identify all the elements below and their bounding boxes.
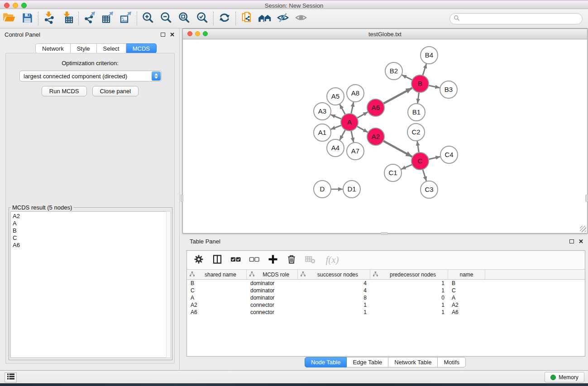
table-cell[interactable]: 1 <box>298 301 370 309</box>
run-mcds-button[interactable]: Run MCDS <box>42 86 87 96</box>
table-cell[interactable]: C <box>448 287 485 294</box>
table-cell[interactable]: 1 <box>370 309 448 316</box>
column-header-predecessor-nodes[interactable]: predecessor nodes <box>370 270 448 279</box>
refresh-button[interactable] <box>215 10 234 27</box>
column-header-MCDS-role[interactable]: MCDS role <box>247 270 298 279</box>
open-session-button[interactable] <box>0 10 18 27</box>
table-cell[interactable]: A <box>187 294 247 301</box>
tab-mcds[interactable]: MCDS <box>126 43 157 53</box>
table-row[interactable]: Bdominator41B <box>187 280 585 287</box>
mcds-result-item[interactable]: A2 <box>13 213 167 220</box>
window-resize-grip[interactable] <box>580 226 586 232</box>
show-columns-button[interactable] <box>211 254 224 267</box>
edge-A-A5[interactable] <box>340 105 345 115</box>
mcds-result-item[interactable]: C <box>13 234 167 242</box>
column-header-shared-name[interactable]: shared name <box>187 270 247 279</box>
task-history-button[interactable] <box>5 372 17 382</box>
delete-table-button[interactable] <box>304 254 316 267</box>
right-split-handle[interactable] <box>585 195 588 202</box>
edge-B-B4[interactable] <box>423 64 426 76</box>
hide-eye-button[interactable] <box>274 10 292 27</box>
tab-motifs[interactable]: Motifs <box>438 357 466 367</box>
zoom-fit-button[interactable] <box>175 10 193 27</box>
table-options-button[interactable] <box>192 254 205 267</box>
edge-A6-B[interactable] <box>383 88 412 104</box>
edge-C-C4[interactable] <box>429 157 440 159</box>
table-cell[interactable]: connector <box>247 309 298 316</box>
edge-A-A1[interactable] <box>331 125 342 129</box>
mcds-result-item[interactable]: A6 <box>13 242 167 249</box>
edge-B-B3[interactable] <box>429 86 440 88</box>
edge-A-A8[interactable] <box>351 102 354 114</box>
table-cell[interactable]: B <box>448 280 485 287</box>
deselect-all-rows-button[interactable] <box>248 254 261 267</box>
show-eye-button[interactable] <box>292 10 310 27</box>
float-panel-icon[interactable] <box>161 33 165 37</box>
search-input[interactable] <box>460 16 573 22</box>
apply-function-button[interactable]: f(x) <box>322 254 342 267</box>
table-cell[interactable]: 8 <box>298 294 370 301</box>
delete-column-button[interactable] <box>285 254 298 267</box>
edge-A-A3[interactable] <box>331 114 342 119</box>
edge-B-B2[interactable] <box>402 75 412 80</box>
edge-A-A2[interactable] <box>357 126 368 132</box>
table-cell[interactable]: A <box>448 294 485 301</box>
table-cell[interactable]: dominator <box>247 280 298 287</box>
close-panel-button[interactable]: Close panel <box>92 86 139 96</box>
mcds-result-list[interactable]: A2ABCA6 <box>10 211 167 358</box>
export-table-button[interactable] <box>99 10 117 27</box>
table-cell[interactable]: 1 <box>370 301 448 309</box>
tab-node-table[interactable]: Node Table <box>305 357 347 367</box>
tab-select[interactable]: Select <box>97 43 126 53</box>
zoom-selected-button[interactable] <box>193 10 211 27</box>
show-panels-home-button[interactable] <box>256 10 274 27</box>
memory-button[interactable]: Memory <box>545 372 584 382</box>
edge-A2-C[interactable] <box>383 141 412 157</box>
network-graph[interactable]: B4B2BB3B1A5A8A6A3AA1A2A4A7C2C4CC1C3DD1 <box>183 39 587 233</box>
mcds-list-scrollbar[interactable] <box>166 211 171 358</box>
table-cell[interactable]: 1 <box>370 287 448 294</box>
column-header-successor-nodes[interactable]: successor nodes <box>298 270 370 279</box>
network-canvas[interactable]: B4B2BB3B1A5A8A6A3AA1A2A4A7C2C4CC1C3DD1 <box>183 39 587 233</box>
tab-network[interactable]: Network <box>35 43 71 53</box>
edge-C-C2[interactable] <box>417 141 419 152</box>
mcds-result-item[interactable]: B <box>13 227 167 234</box>
criterion-select[interactable]: largest connected component (directed) <box>19 71 162 81</box>
close-panel-icon[interactable]: ✕ <box>170 32 175 38</box>
table-cell[interactable]: A6 <box>187 309 247 316</box>
table-row[interactable]: Adominator80A <box>187 294 585 301</box>
edge-B-B1[interactable] <box>418 92 419 103</box>
zoom-out-button[interactable] <box>157 10 175 27</box>
select-all-rows-button[interactable] <box>229 254 242 267</box>
left-split-handle[interactable] <box>181 195 183 202</box>
table-row[interactable]: Cdominator41C <box>187 287 585 294</box>
tab-style[interactable]: Style <box>71 43 97 53</box>
table-cell[interactable]: 4 <box>298 287 370 294</box>
table-cell[interactable]: connector <box>247 301 298 309</box>
zoom-in-button[interactable] <box>139 10 157 27</box>
float-panel-icon[interactable] <box>569 239 574 243</box>
edge-A-A7[interactable] <box>351 131 354 143</box>
table-cell[interactable]: 1 <box>298 309 370 316</box>
edge-C-C3[interactable] <box>423 169 426 181</box>
clone-network-button[interactable] <box>238 10 256 27</box>
table-cell[interactable]: 0 <box>370 294 448 301</box>
column-header-name[interactable]: name <box>448 270 485 279</box>
table-cell[interactable]: 4 <box>298 280 370 287</box>
table-row[interactable]: A2connector11A2 <box>187 301 585 309</box>
table-cell[interactable]: B <box>187 280 247 287</box>
edge-A-A6[interactable] <box>357 112 368 118</box>
import-table-button[interactable] <box>58 10 76 27</box>
import-network-button[interactable] <box>40 10 58 27</box>
table-cell[interactable]: A2 <box>187 301 247 309</box>
tab-edge-table[interactable]: Edge Table <box>347 357 388 367</box>
search-field[interactable] <box>449 13 583 24</box>
table-cell[interactable]: C <box>187 287 247 294</box>
export-network-button[interactable] <box>81 10 99 27</box>
horizontal-split-handle[interactable] <box>381 232 388 235</box>
edge-A-A4[interactable] <box>340 130 345 140</box>
add-column-button[interactable] <box>267 254 279 267</box>
network-window-titlebar[interactable]: testGlobe.txt <box>183 29 587 39</box>
close-panel-icon[interactable]: ✕ <box>578 238 583 244</box>
export-image-button[interactable] <box>117 10 135 27</box>
